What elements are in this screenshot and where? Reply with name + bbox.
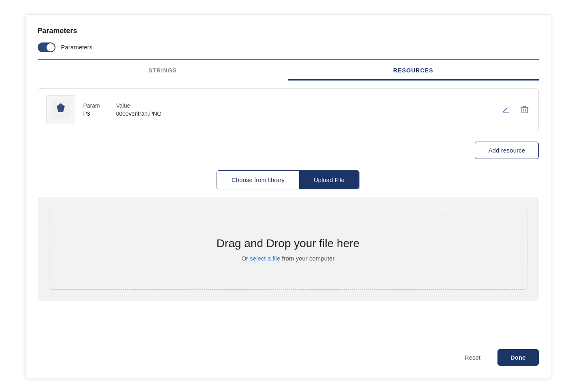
edit-button[interactable] xyxy=(500,104,512,115)
from-text: from your computer xyxy=(280,255,334,262)
reset-button[interactable]: Reset xyxy=(457,350,488,365)
modal-container: Parameters Parameters STRINGS RESOURCES … xyxy=(25,14,551,378)
tabs-bar: STRINGS RESOURCES xyxy=(38,60,539,81)
source-toggle: Choose from library Upload File xyxy=(217,170,359,189)
upload-file-button[interactable]: Upload File xyxy=(299,171,359,189)
add-resource-row: Add resource xyxy=(38,142,539,159)
drop-sub-text: Or select a file from your computer xyxy=(241,255,334,262)
choose-from-library-button[interactable]: Choose from library xyxy=(217,171,299,189)
footer-row: Reset Done xyxy=(38,345,539,366)
add-resource-button[interactable]: Add resource xyxy=(475,142,538,159)
svg-rect-5 xyxy=(503,112,509,112)
drop-zone[interactable]: Drag and Drop your file here Or select a… xyxy=(49,209,527,290)
page-title: Parameters xyxy=(38,27,539,35)
resource-info: Param P3 Value 0000veritran.PNG xyxy=(83,102,492,117)
or-text: Or xyxy=(241,255,250,262)
tab-resources[interactable]: RESOURCES xyxy=(288,60,539,81)
resource-thumbnail xyxy=(46,95,75,124)
svg-rect-6 xyxy=(522,107,527,113)
tab-strings[interactable]: STRINGS xyxy=(38,60,288,81)
upload-area: Drag and Drop your file here Or select a… xyxy=(38,197,539,301)
tab-toggle-group: Choose from library Upload File xyxy=(38,170,539,189)
param-field: Param P3 xyxy=(83,102,100,117)
select-file-link[interactable]: select a file xyxy=(250,255,280,262)
resource-actions xyxy=(500,104,530,116)
param-label: Param xyxy=(83,102,100,109)
done-button[interactable]: Done xyxy=(497,349,539,366)
value-field: Value 0000veritran.PNG xyxy=(116,102,162,117)
toggle-row: Parameters xyxy=(38,42,539,52)
param-value: P3 xyxy=(83,110,100,117)
drag-drop-text: Drag and Drop your file here xyxy=(217,237,359,250)
value-value: 0000veritran.PNG xyxy=(116,110,162,117)
toggle-label: Parameters xyxy=(61,44,93,51)
resource-row: Param P3 Value 0000veritran.PNG xyxy=(38,88,539,131)
value-label: Value xyxy=(116,102,162,109)
delete-button[interactable] xyxy=(519,104,530,116)
parameters-toggle[interactable] xyxy=(38,42,55,52)
